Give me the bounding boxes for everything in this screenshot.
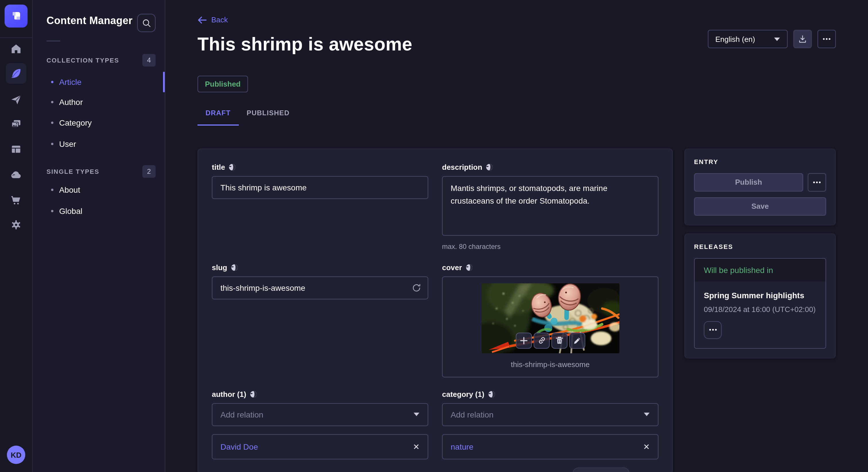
sidebar-divider bbox=[46, 41, 60, 41]
deploy-cloud-icon[interactable] bbox=[9, 168, 23, 182]
more-dots-icon bbox=[709, 329, 717, 331]
globe-icon bbox=[250, 391, 257, 398]
media-library-icon[interactable] bbox=[9, 117, 23, 131]
chevron-down-icon bbox=[644, 413, 650, 417]
copy-link-button[interactable] bbox=[533, 333, 549, 349]
field-description: description Mantis shrimps, or stomatopo… bbox=[442, 163, 658, 250]
version-tabs: DRAFT PUBLISHED bbox=[197, 109, 836, 126]
title-input[interactable] bbox=[212, 176, 428, 199]
content-manager-sidebar: Content Manager COLLECTION TYPES 4 Artic… bbox=[33, 0, 165, 472]
bullet-icon bbox=[51, 143, 53, 145]
back-link[interactable]: Back bbox=[197, 15, 228, 24]
globe-icon bbox=[465, 264, 473, 271]
partial-bottom-button[interactable] bbox=[572, 467, 630, 472]
download-icon bbox=[798, 34, 807, 43]
arrow-left-icon bbox=[197, 16, 207, 24]
field-title: title bbox=[212, 163, 428, 250]
edit-asset-button[interactable] bbox=[569, 333, 585, 349]
plus-icon bbox=[520, 337, 528, 345]
bullet-icon bbox=[51, 81, 53, 83]
locale-select[interactable]: English (en) bbox=[708, 30, 787, 48]
settings-gear-icon[interactable] bbox=[9, 218, 23, 232]
regenerate-slug-button[interactable] bbox=[412, 283, 422, 293]
strapi-logo[interactable] bbox=[5, 5, 28, 28]
author-relation-link[interactable]: David Doe bbox=[220, 442, 258, 451]
globe-icon bbox=[228, 164, 236, 171]
main-content: Back English (en) This shrimp is awesome… bbox=[166, 0, 868, 472]
marketplace-cart-icon[interactable] bbox=[9, 193, 23, 206]
avatar[interactable]: KD bbox=[7, 446, 25, 464]
bullet-icon bbox=[51, 122, 53, 124]
slug-input[interactable] bbox=[212, 276, 428, 299]
field-category: category (1) Add relation nature ✕ bbox=[442, 390, 658, 460]
bullet-icon bbox=[51, 101, 53, 103]
section-single-types: SINGLE TYPES bbox=[46, 168, 99, 175]
sidebar-item-article[interactable]: Article bbox=[46, 75, 150, 89]
link-icon bbox=[537, 336, 546, 345]
rail-divider bbox=[0, 37, 32, 38]
entry-panel: ENTRY Publish Save bbox=[684, 148, 836, 225]
content-manager-icon[interactable] bbox=[6, 63, 26, 84]
category-relation-item: nature ✕ bbox=[442, 434, 658, 460]
release-status: Will be published in bbox=[694, 259, 826, 281]
category-add-relation-combobox[interactable]: Add relation bbox=[442, 403, 658, 426]
strapi-admin-app: KD Content Manager COLLECTION TYPES 4 Ar… bbox=[0, 0, 868, 472]
globe-icon bbox=[486, 164, 493, 171]
releases-panel: RELEASES Will be published in Spring Sum… bbox=[684, 233, 836, 359]
field-title-label: title bbox=[212, 163, 225, 171]
status-badge: Published bbox=[197, 76, 248, 92]
chevron-down-icon bbox=[413, 413, 420, 417]
search-button[interactable] bbox=[137, 14, 156, 32]
category-relation-link[interactable]: nature bbox=[451, 442, 473, 451]
remove-category-relation-button[interactable]: ✕ bbox=[643, 443, 650, 451]
cover-asset-box: this-shrimp-is-awesome bbox=[442, 276, 658, 377]
entry-more-actions-button[interactable] bbox=[808, 173, 826, 192]
release-card: Will be published in Spring Summer highl… bbox=[694, 258, 826, 349]
home-icon[interactable] bbox=[9, 42, 23, 56]
release-date: 09/18/2024 at 16:00 (UTC+02:00) bbox=[704, 305, 816, 314]
header-more-actions-button[interactable] bbox=[817, 30, 836, 48]
publish-button[interactable]: Publish bbox=[694, 173, 803, 192]
search-icon bbox=[142, 18, 151, 28]
content-type-builder-icon[interactable] bbox=[9, 142, 23, 156]
entry-form-card: title description Mantis shrimps, or sto… bbox=[197, 148, 673, 472]
releases-icon[interactable] bbox=[9, 93, 23, 107]
sidebar-item-about[interactable]: About bbox=[46, 183, 150, 197]
field-slug-label: slug bbox=[212, 263, 227, 272]
globe-icon bbox=[488, 391, 495, 398]
sidebar-title: Content Manager bbox=[46, 15, 133, 27]
pencil-icon bbox=[573, 337, 581, 345]
sidebar-item-global[interactable]: Global bbox=[46, 204, 150, 218]
cover-caption: this-shrimp-is-awesome bbox=[511, 360, 590, 369]
description-textarea[interactable]: Mantis shrimps, or stomatopods, are mari… bbox=[442, 176, 658, 236]
globe-icon bbox=[230, 264, 238, 271]
sidebar-item-user[interactable]: User bbox=[46, 137, 150, 151]
entry-panel-title: ENTRY bbox=[694, 158, 826, 165]
sidebar-item-author[interactable]: Author bbox=[46, 95, 150, 109]
field-author: author (1) Add relation David Doe ✕ bbox=[212, 390, 428, 460]
bullet-icon bbox=[51, 210, 53, 212]
release-more-actions-button[interactable] bbox=[704, 321, 722, 339]
icon-rail: KD bbox=[0, 0, 33, 472]
field-category-label: category (1) bbox=[442, 390, 484, 399]
save-button[interactable]: Save bbox=[694, 197, 826, 216]
tab-draft[interactable]: DRAFT bbox=[197, 109, 239, 126]
tab-published[interactable]: PUBLISHED bbox=[239, 109, 298, 126]
delete-asset-button[interactable] bbox=[551, 333, 567, 349]
section-collection-types: COLLECTION TYPES bbox=[46, 57, 119, 64]
releases-panel-title: RELEASES bbox=[694, 243, 826, 250]
cover-image bbox=[482, 283, 619, 353]
remove-author-relation-button[interactable]: ✕ bbox=[413, 443, 420, 451]
chevron-down-icon bbox=[774, 37, 780, 41]
export-download-button[interactable] bbox=[794, 30, 812, 48]
collection-types-count-badge: 4 bbox=[143, 54, 156, 67]
add-asset-button[interactable] bbox=[516, 333, 532, 349]
bullet-icon bbox=[51, 189, 53, 191]
sidebar-item-category[interactable]: Category bbox=[46, 116, 150, 130]
author-add-relation-combobox[interactable]: Add relation bbox=[212, 403, 428, 426]
author-relation-item: David Doe ✕ bbox=[212, 434, 428, 460]
field-cover-label: cover bbox=[442, 263, 462, 272]
refresh-icon bbox=[412, 283, 422, 293]
description-hint: max. 80 characters bbox=[442, 243, 658, 250]
field-description-label: description bbox=[442, 163, 482, 171]
